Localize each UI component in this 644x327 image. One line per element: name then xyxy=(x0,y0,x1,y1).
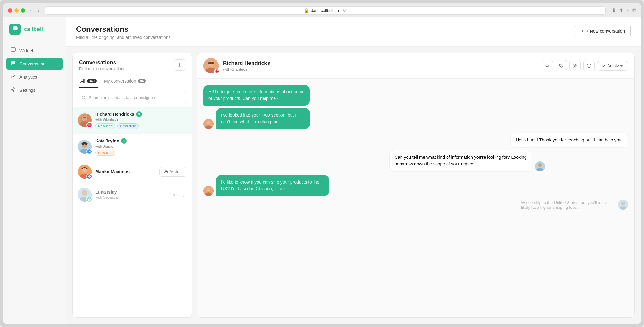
conv-info-mariko: Mariko Maximus xyxy=(95,169,156,174)
message-bubble-4: Can you tell me what kind of information… xyxy=(389,150,533,171)
conv-info-richard: Richard Hendricks 3 with Gianluca New le… xyxy=(95,111,186,129)
svg-point-22 xyxy=(82,190,87,196)
tab-my-label: My conversation xyxy=(104,79,136,84)
page-header: Conversations Find all the ongoing, and … xyxy=(66,17,641,47)
svg-point-3 xyxy=(179,64,180,66)
tab-all[interactable]: All 349 xyxy=(79,76,98,88)
message-bubble-2: I've looked into your FAQ section, but I… xyxy=(216,108,310,129)
add-user-icon xyxy=(573,64,577,68)
address-bar[interactable]: 🔒 dash.callbell.eu ↻ xyxy=(45,6,606,15)
conv-avatar-mariko xyxy=(78,165,92,179)
svg-point-31 xyxy=(546,64,549,67)
traffic-light-yellow[interactable] xyxy=(14,8,19,13)
conv-item-richard[interactable]: Richard Hendricks 3 with Gianluca New le… xyxy=(73,107,192,134)
content-area: Conversations Find all the conversations xyxy=(66,47,641,324)
channel-badge-whatsapp xyxy=(86,197,92,202)
traffic-light-red[interactable] xyxy=(8,8,12,13)
svg-point-10 xyxy=(89,125,90,125)
chat-avatar xyxy=(203,58,219,73)
message-bubble-1: Hi! I'd to get some more informations ab… xyxy=(203,85,310,106)
sidebar-item-widget[interactable]: Widget xyxy=(6,44,63,57)
tab-my-count: 84 xyxy=(138,79,146,83)
svg-point-2 xyxy=(13,89,14,91)
conv-item-luna[interactable]: Luna Islay with Sebastian 1 hour ago xyxy=(73,183,192,206)
sidebar: callbell Widget Conversations xyxy=(3,17,66,324)
assign-button[interactable]: Assign xyxy=(159,167,186,177)
conv-avatar-luna xyxy=(78,188,92,202)
forward-button[interactable]: › xyxy=(36,7,41,14)
conv-tabs: All 349 My conversation 84 xyxy=(73,71,192,88)
chat-add-user-button[interactable] xyxy=(569,60,581,71)
svg-line-32 xyxy=(548,66,549,67)
svg-rect-28 xyxy=(215,70,218,73)
chat-search-button[interactable] xyxy=(542,60,553,71)
svg-line-5 xyxy=(85,98,86,99)
sidebar-item-settings[interactable]: Settings xyxy=(6,84,63,97)
refresh-icon: ↻ xyxy=(343,8,346,13)
svg-point-47 xyxy=(207,188,210,191)
assign-icon xyxy=(164,170,168,174)
conv-assignee-luna: with Sebastian xyxy=(95,195,166,200)
chat-header-info: Richard Hendricks with Gianluca xyxy=(223,60,537,72)
conv-settings-button[interactable] xyxy=(174,59,185,71)
msg-avatar-richard xyxy=(203,119,214,129)
conv-search-container: Search any contact, tag, or assignee xyxy=(73,88,192,107)
chat-contact-name: Richard Hendricks xyxy=(223,60,537,66)
sidebar-label-settings: Settings xyxy=(19,88,36,93)
archived-button[interactable]: Archived xyxy=(597,61,628,71)
conv-item-mariko[interactable]: Mariko Maximus Assign xyxy=(73,160,192,183)
conv-item-kaia[interactable]: Kaia Tryfon 1 with Jonas New user xyxy=(73,134,192,160)
conv-name-mariko: Mariko Maximus xyxy=(95,169,156,174)
back-button[interactable]: ‹ xyxy=(29,7,33,14)
tabs-icon[interactable]: ⧉ xyxy=(632,8,636,14)
tag-icon xyxy=(559,64,564,68)
svg-point-50 xyxy=(621,202,625,205)
share-icon: ⬆ xyxy=(619,8,623,14)
sidebar-item-analytics[interactable]: Analytics xyxy=(6,71,63,83)
search-box[interactable]: Search any contact, tag, or assignee xyxy=(78,92,186,103)
svg-point-34 xyxy=(574,64,576,66)
svg-point-33 xyxy=(560,65,561,65)
message-group-outgoing-1: Hello Luna! Thank you for reaching out, … xyxy=(389,133,628,171)
chat-tag-button[interactable] xyxy=(556,60,567,71)
svg-point-44 xyxy=(538,163,542,167)
lock-icon: 🔒 xyxy=(304,8,309,13)
download-icon: ⬇ xyxy=(612,8,616,14)
new-conv-label: + New conversation xyxy=(586,29,625,34)
svg-point-39 xyxy=(589,65,590,65)
message-group-incoming-1: Hi! I'd to get some more informations ab… xyxy=(203,85,480,129)
logo-text: callbell xyxy=(24,26,43,33)
chat-header: Richard Hendricks with Gianluca xyxy=(197,53,634,79)
channel-badge-messenger xyxy=(86,174,92,179)
add-tab-icon[interactable]: + xyxy=(626,8,629,14)
new-conversation-button[interactable]: + + New conversation xyxy=(575,25,631,37)
search-icon xyxy=(545,64,550,68)
svg-rect-0 xyxy=(11,48,15,51)
svg-rect-1 xyxy=(12,52,14,52)
page-subtitle: Find all the ongoing, and archived conve… xyxy=(76,35,170,40)
message-bubble-6: We do ship to the United States, but you… xyxy=(521,200,615,210)
traffic-light-green[interactable] xyxy=(21,8,25,13)
page-title: Conversations xyxy=(76,25,170,34)
tag-enterprise: Enterprise xyxy=(117,123,139,129)
msg-avatar-richard-2 xyxy=(203,186,214,196)
sidebar-item-conversations[interactable]: Conversations xyxy=(6,58,63,70)
conv-tags-kaia: New user xyxy=(95,150,186,156)
svg-point-29 xyxy=(216,71,217,72)
svg-point-30 xyxy=(217,70,218,71)
conv-info-kaia: Kaia Tryfon 1 with Jonas New user xyxy=(95,138,186,156)
chat-panel: Richard Hendricks with Gianluca xyxy=(197,53,635,318)
conv-name-richard: Richard Hendricks 3 xyxy=(95,111,186,117)
chat-assignee: with Gianluca xyxy=(223,67,537,72)
conv-assignee-richard: with Gianluca xyxy=(95,118,186,122)
chat-header-actions: Archived xyxy=(542,60,628,71)
tab-my[interactable]: My conversation 84 xyxy=(103,76,147,88)
conv-avatar-richard xyxy=(78,113,92,127)
sidebar-nav: Widget Conversations Analytics xyxy=(3,44,66,97)
settings-icon xyxy=(10,87,16,93)
msg-avatar-agent-2 xyxy=(618,200,628,210)
tag-new-lead: New lead xyxy=(95,123,115,129)
chat-info-button[interactable] xyxy=(583,60,595,71)
message-5-container: I'd like to know if you can ship your pr… xyxy=(203,175,392,196)
conv-count-richard: 3 xyxy=(136,111,142,117)
